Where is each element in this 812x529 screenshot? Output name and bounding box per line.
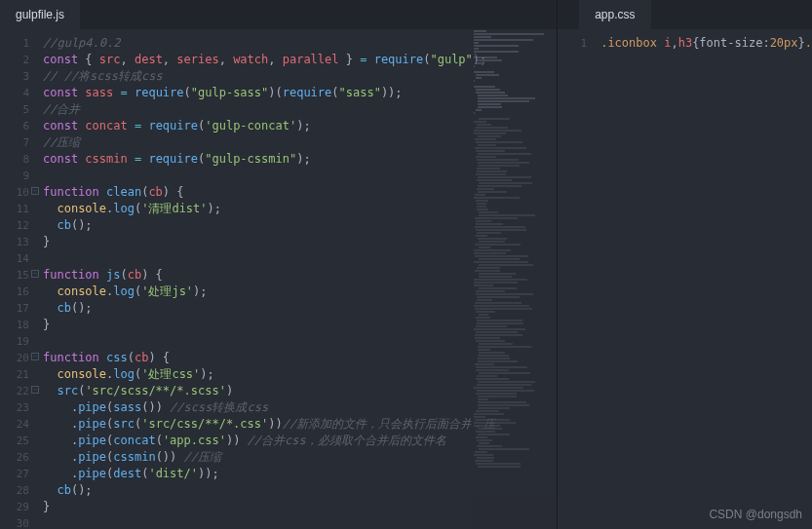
line-number: 8 xyxy=(0,151,37,168)
line-number: 13 xyxy=(0,234,37,250)
line-number: 4 xyxy=(0,85,37,101)
tab-gulpfile[interactable]: gulpfile.js xyxy=(0,0,80,29)
line-number: 9 xyxy=(0,168,37,184)
code-line[interactable]: .iconbox i,h3{font-size:20px}. xyxy=(600,35,812,52)
line-number: 1 xyxy=(558,35,595,52)
right-code[interactable]: .iconbox i,h3{font-size:20px}. xyxy=(595,29,812,529)
line-number: 27 xyxy=(0,466,37,482)
line-number: 2 xyxy=(0,52,37,68)
watermark: CSDN @dongsdh xyxy=(709,508,802,521)
right-pane: app.css 1 .iconbox i,h3{font-size:20px}. xyxy=(558,0,812,529)
line-number: 14 xyxy=(0,250,37,267)
line-number: 11 xyxy=(0,201,37,217)
line-number: 15− xyxy=(0,267,37,283)
line-number: 1 xyxy=(0,35,37,52)
line-number: 6 xyxy=(0,118,37,134)
left-tabs: gulpfile.js xyxy=(0,0,557,29)
line-number: 25 xyxy=(0,433,37,449)
line-number: 12 xyxy=(0,217,37,234)
line-number: 20− xyxy=(0,350,37,366)
fold-icon[interactable]: − xyxy=(31,187,39,195)
line-number: 18 xyxy=(0,317,37,333)
right-editor[interactable]: 1 .iconbox i,h3{font-size:20px}. xyxy=(558,29,812,529)
line-number: 21 xyxy=(0,366,37,383)
line-number: 28 xyxy=(0,482,37,499)
line-number: 22− xyxy=(0,383,37,399)
line-number: 24 xyxy=(0,416,37,433)
line-number: 29 xyxy=(0,499,37,515)
line-number: 19 xyxy=(0,333,37,350)
right-tabs: app.css xyxy=(558,0,812,29)
fold-icon[interactable]: − xyxy=(31,353,39,360)
tab-appcss[interactable]: app.css xyxy=(579,0,650,29)
fold-icon[interactable]: − xyxy=(31,386,39,394)
left-gutter: 12345678910−1112131415−1617181920−2122−2… xyxy=(0,29,37,529)
line-number: 30 xyxy=(0,515,37,529)
left-pane: gulpfile.js 12345678910−1112131415−16171… xyxy=(0,0,558,529)
line-number: 16 xyxy=(0,283,37,300)
fold-icon[interactable]: − xyxy=(31,270,39,278)
line-number: 10− xyxy=(0,184,37,201)
line-number: 5 xyxy=(0,101,37,118)
editor-split-view: gulpfile.js 12345678910−1112131415−16171… xyxy=(0,0,812,529)
line-number: 7 xyxy=(0,134,37,151)
line-number: 17 xyxy=(0,300,37,317)
line-number: 3 xyxy=(0,68,37,85)
line-number: 26 xyxy=(0,449,37,466)
left-minimap[interactable] xyxy=(471,29,557,529)
line-number: 23 xyxy=(0,399,37,416)
right-gutter: 1 xyxy=(558,29,595,529)
